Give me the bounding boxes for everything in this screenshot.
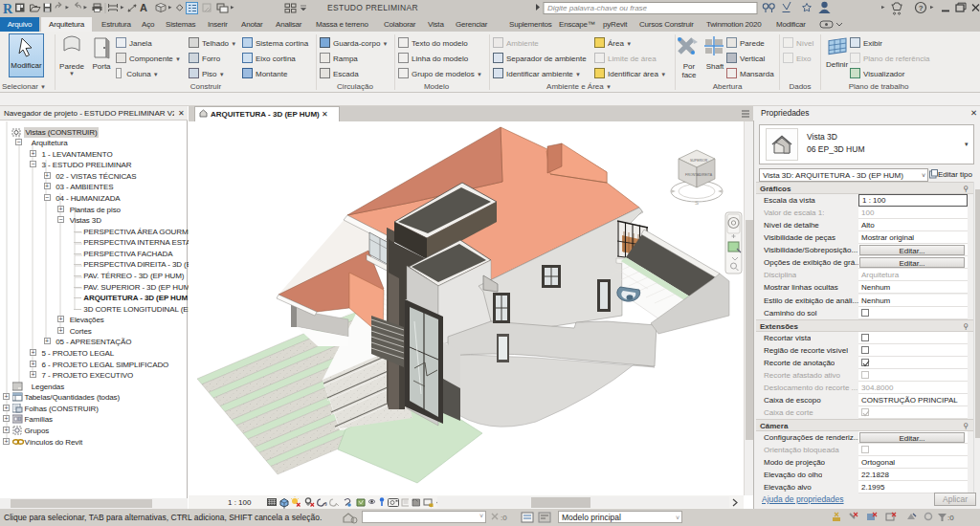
svg-text::0: :0 xyxy=(501,514,507,522)
svg-text:?: ? xyxy=(919,4,924,12)
svg-text:9: 9 xyxy=(324,501,327,507)
svg-text:S: S xyxy=(695,200,699,206)
svg-text:A: A xyxy=(140,2,147,13)
svg-text::0: :0 xyxy=(947,514,954,522)
svg-text:Digite palavra-chave ou frase: Digite palavra-chave ou frase xyxy=(547,4,648,12)
svg-text:R: R xyxy=(3,2,13,16)
svg-text:SUPERIOR: SUPERIOR xyxy=(690,159,708,163)
svg-text:DIREITA: DIREITA xyxy=(700,173,713,177)
svg-text:ESTUDO PRELIMINAR: ESTUDO PRELIMINAR xyxy=(327,3,418,12)
